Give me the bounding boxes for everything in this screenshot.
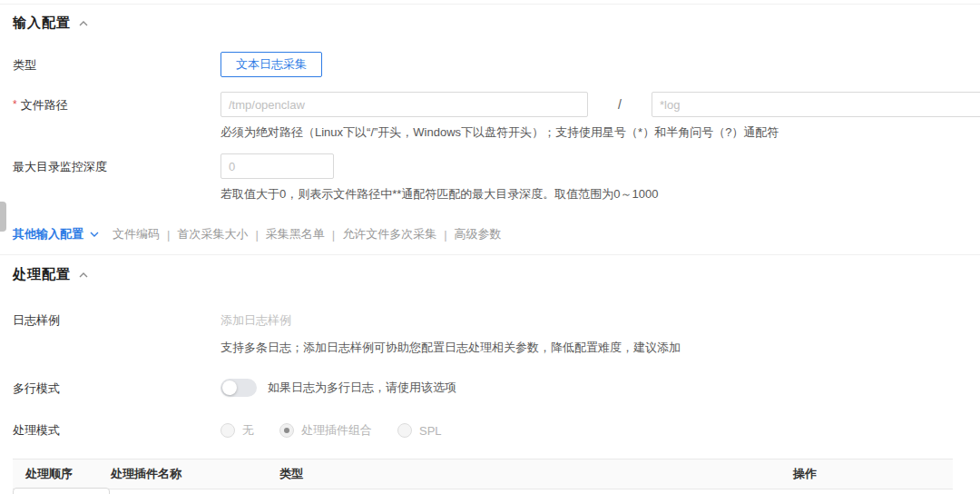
header-type: 类型	[279, 466, 793, 482]
add-plugin-button-partial[interactable]	[13, 488, 110, 494]
radio-circle-icon	[279, 423, 294, 438]
directory-path-input[interactable]	[220, 92, 588, 117]
log-sample-input[interactable]: 添加日志样例	[220, 307, 980, 329]
process-config-section-header[interactable]: 处理配置	[0, 266, 980, 283]
path-separator: /	[588, 97, 652, 112]
max-depth-help: 若取值大于0，则表示文件路径中**通配符匹配的最大目录深度。取值范围为0～100…	[220, 186, 980, 203]
process-mode-label: 处理模式	[13, 420, 220, 439]
header-order: 处理顺序	[25, 466, 111, 482]
link-allow-multi-collect[interactable]: 允许文件多次采集	[342, 226, 436, 242]
type-row: 类型 文本日志采集	[0, 52, 980, 77]
left-edge-handle[interactable]	[0, 202, 6, 232]
multiline-mode-row: 多行模式 如果日志为多行日志，请使用该选项	[0, 379, 980, 397]
other-input-config-links: 文件编码 | 首次采集大小 | 采集黑名单 | 允许文件多次采集 | 高级参数	[113, 226, 502, 242]
link-file-encoding[interactable]: 文件编码	[113, 226, 160, 242]
radio-circle-icon	[397, 423, 412, 438]
log-collection-config-page: 输入配置 类型 文本日志采集 *文件路径 / 必须为绝对路径（Linux下以“/…	[0, 0, 980, 494]
link-advanced-params[interactable]: 高级参数	[455, 226, 502, 242]
link-collect-blacklist[interactable]: 采集黑名单	[266, 226, 325, 242]
other-input-config-row: 其他输入配置 文件编码 | 首次采集大小 | 采集黑名单 | 允许文件多次采集 …	[0, 226, 980, 242]
max-depth-row: 最大目录监控深度 若取值大于0，则表示文件路径中**通配符匹配的最大目录深度。取…	[0, 153, 980, 203]
process-mode-row: 处理模式 无 处理插件组合 SPL	[0, 420, 980, 439]
log-sample-label: 日志样例	[13, 307, 220, 356]
toggle-knob	[222, 380, 237, 395]
header-actions: 操作	[793, 466, 953, 482]
chevron-up-icon[interactable]	[78, 270, 89, 281]
chevron-down-icon	[89, 229, 100, 240]
multiline-toggle-switch[interactable]	[220, 379, 257, 397]
text-log-collect-button[interactable]: 文本日志采集	[220, 52, 322, 77]
required-asterisk: *	[13, 98, 17, 111]
multiline-mode-label: 多行模式	[13, 379, 220, 397]
log-sample-row: 日志样例 添加日志样例 支持多条日志；添加日志样例可协助您配置日志处理相关参数，…	[0, 307, 980, 356]
radio-plugin-combo[interactable]: 处理插件组合	[279, 422, 372, 439]
plugin-table-row: 1 JSON解析 原生处理插件 添加 删除 上移 下移	[13, 489, 953, 494]
radio-circle-icon	[220, 423, 235, 438]
type-label: 类型	[13, 52, 220, 77]
file-path-help: 必须为绝对路径（Linux下以“/”开头，Windows下以盘符开头）；支持使用…	[220, 124, 980, 141]
link-first-collect-size[interactable]: 首次采集大小	[177, 226, 248, 242]
file-path-label: *文件路径	[13, 92, 220, 141]
file-path-row: *文件路径 / 必须为绝对路径（Linux下以“/”开头，Windows下以盘符…	[0, 92, 980, 141]
log-sample-help: 支持多条日志；添加日志样例可协助您配置日志处理相关参数，降低配置难度，建议添加	[220, 340, 980, 356]
top-divider	[0, 4, 980, 5]
max-depth-input[interactable]	[220, 153, 334, 179]
multiline-toggle-hint: 如果日志为多行日志，请使用该选项	[268, 380, 456, 396]
input-config-section-header[interactable]: 输入配置	[0, 15, 980, 32]
radio-spl[interactable]: SPL	[397, 423, 442, 438]
plugin-table-header: 处理顺序 处理插件名称 类型 操作	[13, 459, 953, 489]
radio-none[interactable]: 无	[220, 422, 254, 439]
header-plugin-name: 处理插件名称	[111, 466, 279, 482]
section-divider	[0, 254, 980, 255]
plugin-table: 处理顺序 处理插件名称 类型 操作 1 JSON解析 原生处理插件 添加 删除 …	[13, 459, 953, 494]
file-pattern-input[interactable]	[652, 92, 980, 117]
other-input-config-toggle[interactable]: 其他输入配置	[13, 226, 100, 242]
chevron-up-icon[interactable]	[78, 18, 89, 29]
input-config-title: 输入配置	[13, 15, 71, 32]
process-config-title: 处理配置	[13, 266, 71, 283]
max-depth-label: 最大目录监控深度	[13, 153, 220, 203]
